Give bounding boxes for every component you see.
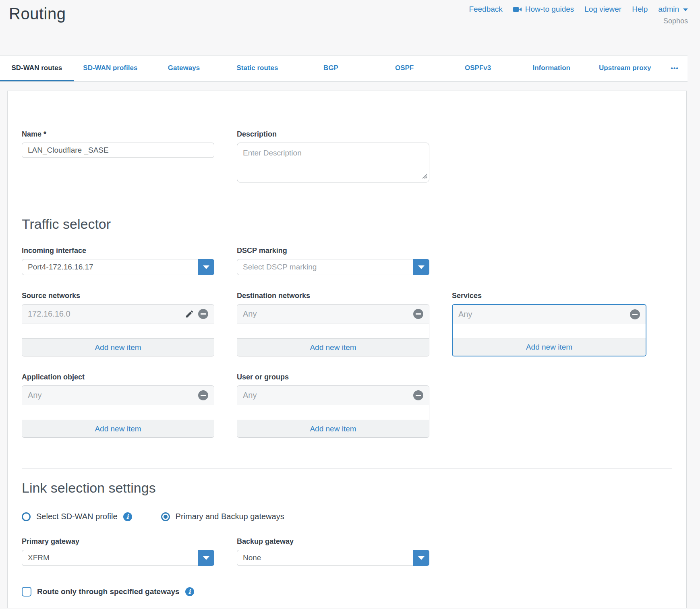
traffic-selector-heading: Traffic selector xyxy=(22,216,672,232)
add-new-item-button[interactable]: Add new item xyxy=(453,338,646,356)
description-label: Description xyxy=(237,130,429,139)
listbox-empty-area xyxy=(22,405,214,420)
list-item: 172.16.16.0 xyxy=(22,304,214,324)
listbox-empty-area xyxy=(237,324,429,338)
caret-down-icon xyxy=(418,265,425,269)
info-icon[interactable]: i xyxy=(185,587,194,596)
howto-guides-link[interactable]: How-to guides xyxy=(513,5,574,14)
chevron-down-icon xyxy=(683,8,688,11)
listbox-empty-area xyxy=(453,324,646,338)
application-object-label: Application object xyxy=(22,373,214,381)
source-networks-listbox: 172.16.16.0 Add new item xyxy=(22,304,214,356)
radio-primary-backup-gateways[interactable]: Primary and Backup gateways xyxy=(161,512,284,521)
networks-services-row: Source networks 172.16.16.0 Add new item xyxy=(22,292,672,356)
tab-gateways[interactable]: Gateways xyxy=(147,56,221,81)
route-only-checkbox[interactable] xyxy=(22,587,31,597)
top-header: Routing Feedback How-to guides Log viewe… xyxy=(0,0,700,55)
info-icon[interactable]: i xyxy=(123,512,132,521)
user-or-groups-listbox: Any Add new item xyxy=(237,385,429,438)
radio-icon[interactable] xyxy=(22,512,31,521)
sdwan-route-form-card: Name * Description Traffi xyxy=(7,91,687,608)
source-networks-label: Source networks xyxy=(22,292,214,300)
tab-overflow-menu[interactable]: ••• xyxy=(662,56,688,81)
feedback-link[interactable]: Feedback xyxy=(469,5,502,14)
admin-menu[interactable]: admin xyxy=(658,5,688,14)
list-item: Any xyxy=(237,386,429,405)
header-right: Feedback How-to guides Log viewer Help a… xyxy=(469,5,688,25)
remove-item-icon[interactable] xyxy=(630,309,640,319)
destination-networks-label: Destination networks xyxy=(237,292,429,300)
name-label: Name * xyxy=(22,130,214,139)
list-item: Any xyxy=(453,305,646,324)
tab-upstream-proxy[interactable]: Upstream proxy xyxy=(588,56,662,81)
help-link[interactable]: Help xyxy=(632,5,648,14)
section-divider xyxy=(22,468,672,469)
remove-item-icon[interactable] xyxy=(198,390,208,400)
dropdown-open-button[interactable] xyxy=(198,259,214,275)
listbox-empty-area xyxy=(22,324,214,338)
backup-gateway-label: Backup gateway xyxy=(237,537,429,546)
services-label: Services xyxy=(452,292,644,300)
primary-gateway-label: Primary gateway xyxy=(22,537,214,546)
header-links: Feedback How-to guides Log viewer Help a… xyxy=(469,5,688,14)
backup-gateway-dropdown[interactable]: None xyxy=(237,550,429,566)
remove-item-icon[interactable] xyxy=(413,390,423,400)
tab-ospf[interactable]: OSPF xyxy=(368,56,441,81)
radio-selected-icon[interactable] xyxy=(161,512,170,521)
remove-item-icon[interactable] xyxy=(198,309,208,319)
remove-item-icon[interactable] xyxy=(413,309,423,319)
add-new-item-button[interactable]: Add new item xyxy=(22,338,214,356)
radio-select-sdwan-profile[interactable]: Select SD-WAN profile i xyxy=(22,512,132,521)
tab-sdwan-routes[interactable]: SD-WAN routes xyxy=(0,56,74,81)
tab-sdwan-profiles[interactable]: SD-WAN profiles xyxy=(74,56,147,81)
gateway-row: Primary gateway XFRM Backup gateway None xyxy=(22,537,672,566)
tab-bgp[interactable]: BGP xyxy=(294,56,368,81)
incoming-interface-label: Incoming interface xyxy=(22,246,214,255)
routing-tab-bar: SD-WAN routes SD-WAN profiles Gateways S… xyxy=(0,55,688,82)
listbox-empty-area xyxy=(237,405,429,420)
section-divider xyxy=(22,200,672,200)
description-input[interactable] xyxy=(237,143,429,182)
list-item: Any xyxy=(237,304,429,324)
application-object-listbox: Any Add new item xyxy=(22,385,214,438)
caret-down-icon xyxy=(203,265,209,269)
primary-gateway-dropdown[interactable]: XFRM xyxy=(22,550,214,566)
dropdown-open-button[interactable] xyxy=(413,259,429,275)
video-camera-icon xyxy=(513,6,522,12)
dscp-marking-label: DSCP marking xyxy=(237,246,429,255)
dscp-marking-dropdown[interactable]: Select DSCP marking xyxy=(237,259,429,275)
page-title: Routing xyxy=(9,5,66,23)
dropdown-open-button[interactable] xyxy=(198,550,214,566)
incoming-interface-dropdown[interactable]: Port4-172.16.16.17 xyxy=(22,259,214,275)
list-item: Any xyxy=(22,386,214,405)
tab-static-routes[interactable]: Static routes xyxy=(221,56,294,81)
name-input[interactable] xyxy=(22,143,214,158)
link-selection-heading: Link selection settings xyxy=(22,480,672,496)
link-selection-radio-row: Select SD-WAN profile i Primary and Back… xyxy=(22,512,672,521)
add-new-item-button[interactable]: Add new item xyxy=(22,420,214,437)
application-users-row: Application object Any Add new item User… xyxy=(22,373,672,438)
user-or-groups-label: User or groups xyxy=(237,373,429,381)
add-new-item-button[interactable]: Add new item xyxy=(237,420,429,437)
caret-down-icon xyxy=(418,556,425,560)
add-new-item-button[interactable]: Add new item xyxy=(237,338,429,356)
destination-networks-listbox: Any Add new item xyxy=(237,304,429,356)
tab-ospfv3[interactable]: OSPFv3 xyxy=(441,56,515,81)
route-only-row: Route only through specified gateways i xyxy=(22,587,672,597)
interface-dscp-row: Incoming interface Port4-172.16.16.17 DS… xyxy=(22,246,672,275)
name-description-row: Name * Description xyxy=(22,130,672,184)
route-only-label: Route only through specified gateways xyxy=(37,587,180,596)
log-viewer-link[interactable]: Log viewer xyxy=(584,5,621,14)
caret-down-icon xyxy=(203,556,209,560)
edit-icon[interactable] xyxy=(185,309,194,319)
services-listbox: Any Add new item xyxy=(452,304,646,356)
brand-label: Sophos xyxy=(663,17,688,25)
dropdown-open-button[interactable] xyxy=(413,550,429,566)
tab-information[interactable]: Information xyxy=(515,56,588,81)
